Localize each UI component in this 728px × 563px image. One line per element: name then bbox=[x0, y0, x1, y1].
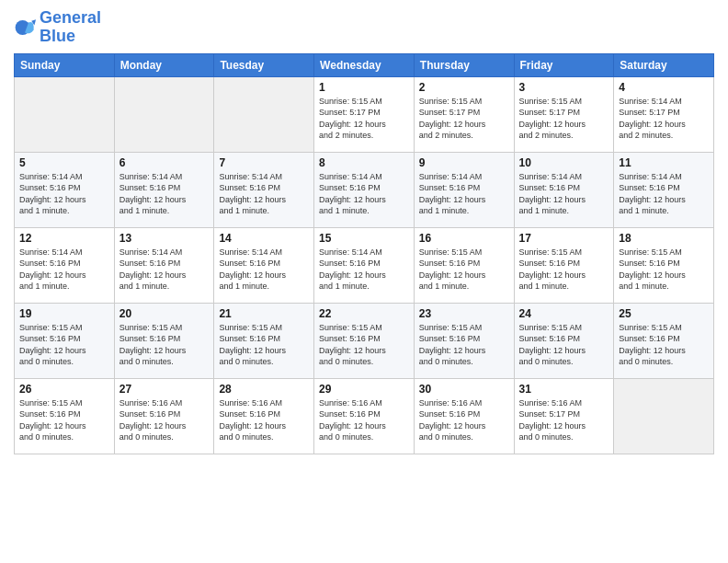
calendar-cell: 8Sunrise: 5:14 AMSunset: 5:16 PMDaylight… bbox=[314, 152, 415, 227]
calendar-cell: 4Sunrise: 5:14 AMSunset: 5:17 PMDaylight… bbox=[614, 76, 714, 152]
weekday-thursday: Thursday bbox=[414, 53, 514, 76]
day-number: 19 bbox=[19, 307, 109, 320]
day-info: Sunrise: 5:15 AMSunset: 5:16 PMDaylight:… bbox=[19, 397, 109, 443]
day-number: 25 bbox=[619, 307, 709, 320]
calendar-cell: 9Sunrise: 5:14 AMSunset: 5:16 PMDaylight… bbox=[414, 152, 514, 227]
day-number: 12 bbox=[19, 232, 109, 245]
day-number: 22 bbox=[319, 307, 409, 320]
calendar-cell: 18Sunrise: 5:15 AMSunset: 5:16 PMDayligh… bbox=[614, 227, 714, 303]
calendar-cell bbox=[214, 76, 314, 152]
day-info: Sunrise: 5:14 AMSunset: 5:17 PMDaylight:… bbox=[619, 96, 709, 142]
day-info: Sunrise: 5:14 AMSunset: 5:16 PMDaylight:… bbox=[419, 171, 509, 217]
day-number: 2 bbox=[419, 81, 509, 94]
calendar-cell: 21Sunrise: 5:15 AMSunset: 5:16 PMDayligh… bbox=[214, 303, 314, 378]
day-info: Sunrise: 5:15 AMSunset: 5:16 PMDaylight:… bbox=[619, 247, 709, 293]
day-info: Sunrise: 5:15 AMSunset: 5:16 PMDaylight:… bbox=[519, 322, 609, 368]
day-number: 14 bbox=[219, 232, 309, 245]
day-number: 21 bbox=[219, 307, 309, 320]
day-number: 28 bbox=[219, 383, 309, 396]
calendar-cell: 3Sunrise: 5:15 AMSunset: 5:17 PMDaylight… bbox=[514, 76, 614, 152]
logo: General Blue bbox=[14, 9, 101, 46]
day-info: Sunrise: 5:14 AMSunset: 5:16 PMDaylight:… bbox=[119, 171, 210, 217]
calendar-cell: 23Sunrise: 5:15 AMSunset: 5:16 PMDayligh… bbox=[414, 303, 514, 378]
calendar-cell: 25Sunrise: 5:15 AMSunset: 5:16 PMDayligh… bbox=[614, 303, 714, 378]
day-info: Sunrise: 5:15 AMSunset: 5:16 PMDaylight:… bbox=[219, 322, 309, 368]
page: General Blue SundayMondayTuesdayWednesda… bbox=[0, 0, 728, 563]
calendar-cell: 13Sunrise: 5:14 AMSunset: 5:16 PMDayligh… bbox=[114, 227, 214, 303]
day-info: Sunrise: 5:15 AMSunset: 5:16 PMDaylight:… bbox=[519, 247, 609, 293]
day-info: Sunrise: 5:14 AMSunset: 5:16 PMDaylight:… bbox=[119, 247, 210, 293]
calendar-cell: 15Sunrise: 5:14 AMSunset: 5:16 PMDayligh… bbox=[314, 227, 415, 303]
day-number: 18 bbox=[619, 232, 709, 245]
logo-icon bbox=[14, 17, 36, 39]
calendar-cell: 2Sunrise: 5:15 AMSunset: 5:17 PMDaylight… bbox=[414, 76, 514, 152]
day-number: 30 bbox=[419, 383, 509, 396]
day-info: Sunrise: 5:16 AMSunset: 5:16 PMDaylight:… bbox=[219, 397, 309, 443]
day-info: Sunrise: 5:15 AMSunset: 5:17 PMDaylight:… bbox=[419, 96, 509, 142]
calendar-cell bbox=[15, 76, 115, 152]
day-info: Sunrise: 5:16 AMSunset: 5:16 PMDaylight:… bbox=[119, 397, 210, 443]
calendar-cell: 12Sunrise: 5:14 AMSunset: 5:16 PMDayligh… bbox=[15, 227, 115, 303]
calendar-cell: 17Sunrise: 5:15 AMSunset: 5:16 PMDayligh… bbox=[514, 227, 614, 303]
day-info: Sunrise: 5:15 AMSunset: 5:17 PMDaylight:… bbox=[519, 96, 609, 142]
day-number: 29 bbox=[319, 383, 409, 396]
day-number: 3 bbox=[519, 81, 609, 94]
day-number: 24 bbox=[519, 307, 609, 320]
calendar-cell: 20Sunrise: 5:15 AMSunset: 5:16 PMDayligh… bbox=[114, 303, 214, 378]
weekday-tuesday: Tuesday bbox=[214, 53, 314, 76]
day-number: 23 bbox=[419, 307, 509, 320]
day-number: 16 bbox=[419, 232, 509, 245]
weekday-header-row: SundayMondayTuesdayWednesdayThursdayFrid… bbox=[15, 53, 714, 76]
day-info: Sunrise: 5:14 AMSunset: 5:16 PMDaylight:… bbox=[519, 171, 609, 217]
weekday-saturday: Saturday bbox=[614, 53, 714, 76]
calendar-cell: 6Sunrise: 5:14 AMSunset: 5:16 PMDaylight… bbox=[114, 152, 214, 227]
day-info: Sunrise: 5:15 AMSunset: 5:16 PMDaylight:… bbox=[419, 247, 509, 293]
calendar-cell: 30Sunrise: 5:16 AMSunset: 5:16 PMDayligh… bbox=[414, 378, 514, 454]
day-info: Sunrise: 5:14 AMSunset: 5:16 PMDaylight:… bbox=[219, 171, 309, 217]
day-info: Sunrise: 5:15 AMSunset: 5:16 PMDaylight:… bbox=[19, 322, 109, 368]
day-number: 10 bbox=[519, 156, 609, 169]
week-row-1: 1Sunrise: 5:15 AMSunset: 5:17 PMDaylight… bbox=[15, 76, 714, 152]
calendar-cell: 31Sunrise: 5:16 AMSunset: 5:17 PMDayligh… bbox=[514, 378, 614, 454]
calendar-cell: 5Sunrise: 5:14 AMSunset: 5:16 PMDaylight… bbox=[15, 152, 115, 227]
day-number: 13 bbox=[119, 232, 210, 245]
weekday-friday: Friday bbox=[514, 53, 614, 76]
day-info: Sunrise: 5:15 AMSunset: 5:16 PMDaylight:… bbox=[119, 322, 210, 368]
calendar-cell: 7Sunrise: 5:14 AMSunset: 5:16 PMDaylight… bbox=[214, 152, 314, 227]
day-number: 9 bbox=[419, 156, 509, 169]
week-row-4: 19Sunrise: 5:15 AMSunset: 5:16 PMDayligh… bbox=[15, 303, 714, 378]
weekday-sunday: Sunday bbox=[15, 53, 115, 76]
calendar-cell: 24Sunrise: 5:15 AMSunset: 5:16 PMDayligh… bbox=[514, 303, 614, 378]
day-number: 8 bbox=[319, 156, 409, 169]
week-row-3: 12Sunrise: 5:14 AMSunset: 5:16 PMDayligh… bbox=[15, 227, 714, 303]
day-info: Sunrise: 5:14 AMSunset: 5:16 PMDaylight:… bbox=[619, 171, 709, 217]
calendar-cell: 16Sunrise: 5:15 AMSunset: 5:16 PMDayligh… bbox=[414, 227, 514, 303]
day-number: 26 bbox=[19, 383, 109, 396]
calendar-cell: 27Sunrise: 5:16 AMSunset: 5:16 PMDayligh… bbox=[114, 378, 214, 454]
day-number: 17 bbox=[519, 232, 609, 245]
calendar-table: SundayMondayTuesdayWednesdayThursdayFrid… bbox=[14, 53, 714, 454]
day-info: Sunrise: 5:14 AMSunset: 5:16 PMDaylight:… bbox=[19, 247, 109, 293]
calendar-cell bbox=[114, 76, 214, 152]
calendar-cell: 19Sunrise: 5:15 AMSunset: 5:16 PMDayligh… bbox=[15, 303, 115, 378]
calendar-cell: 14Sunrise: 5:14 AMSunset: 5:16 PMDayligh… bbox=[214, 227, 314, 303]
day-info: Sunrise: 5:15 AMSunset: 5:16 PMDaylight:… bbox=[419, 322, 509, 368]
day-number: 11 bbox=[619, 156, 709, 169]
calendar-cell bbox=[614, 378, 714, 454]
day-info: Sunrise: 5:14 AMSunset: 5:16 PMDaylight:… bbox=[319, 171, 409, 217]
day-info: Sunrise: 5:16 AMSunset: 5:17 PMDaylight:… bbox=[519, 397, 609, 443]
day-number: 6 bbox=[119, 156, 210, 169]
day-number: 15 bbox=[319, 232, 409, 245]
day-info: Sunrise: 5:15 AMSunset: 5:16 PMDaylight:… bbox=[319, 322, 409, 368]
day-info: Sunrise: 5:14 AMSunset: 5:16 PMDaylight:… bbox=[219, 247, 309, 293]
day-number: 1 bbox=[319, 81, 409, 94]
day-number: 31 bbox=[519, 383, 609, 396]
week-row-5: 26Sunrise: 5:15 AMSunset: 5:16 PMDayligh… bbox=[15, 378, 714, 454]
day-number: 5 bbox=[19, 156, 109, 169]
week-row-2: 5Sunrise: 5:14 AMSunset: 5:16 PMDaylight… bbox=[15, 152, 714, 227]
day-info: Sunrise: 5:16 AMSunset: 5:16 PMDaylight:… bbox=[419, 397, 509, 443]
calendar-cell: 11Sunrise: 5:14 AMSunset: 5:16 PMDayligh… bbox=[614, 152, 714, 227]
day-info: Sunrise: 5:14 AMSunset: 5:16 PMDaylight:… bbox=[19, 171, 109, 217]
day-number: 4 bbox=[619, 81, 709, 94]
day-number: 7 bbox=[219, 156, 309, 169]
